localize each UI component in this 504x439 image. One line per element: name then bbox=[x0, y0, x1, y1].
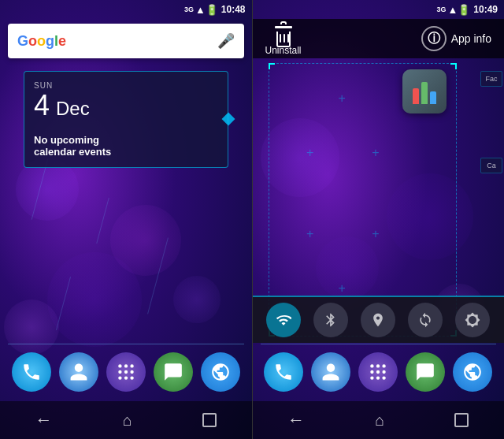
uninstall-button[interactable]: Uninstall bbox=[265, 21, 302, 56]
chart-bars bbox=[413, 79, 436, 104]
bluetooth-toggle[interactable] bbox=[313, 303, 348, 337]
trash-icon bbox=[272, 21, 295, 43]
app-info-button[interactable]: ⓘ App info bbox=[421, 26, 491, 51]
battery-icon: 🔋 bbox=[206, 4, 218, 16]
info-icon: ⓘ bbox=[421, 26, 447, 51]
resize-handle-tr[interactable] bbox=[450, 63, 457, 69]
dock-browser-icon-right[interactable] bbox=[453, 352, 492, 392]
chart-bar-blue bbox=[430, 91, 436, 104]
grid-plus-icon: + bbox=[306, 146, 313, 160]
side-widget-right-bottom: Ca bbox=[480, 158, 502, 173]
app-info-label: App info bbox=[451, 32, 491, 45]
chart-bar-red bbox=[413, 88, 419, 104]
action-bar: Uninstall ⓘ App info bbox=[253, 19, 505, 58]
chart-bar-green bbox=[421, 82, 428, 104]
navigation-bar: ← ⌂ bbox=[0, 401, 252, 439]
trash-lines bbox=[280, 34, 289, 43]
recents-button[interactable] bbox=[202, 413, 217, 427]
svg-point-2 bbox=[130, 364, 133, 367]
bokeh-decoration bbox=[47, 252, 142, 347]
google-logo: Google bbox=[17, 33, 66, 50]
dock-phone-icon-right[interactable] bbox=[264, 352, 303, 392]
google-search-bar[interactable]: Google 🎤 bbox=[8, 24, 244, 58]
trash-lid bbox=[275, 26, 292, 28]
left-screen: 3G ▲ 🔋 10:48 Google 🎤 SUN 4 Dec No upcom… bbox=[0, 0, 252, 439]
status-bar-right: 3G ▲ 🔋 10:49 bbox=[253, 0, 505, 19]
dock bbox=[0, 344, 252, 400]
side-widget-right-top: Fac bbox=[480, 71, 502, 87]
resize-handle-tl[interactable] bbox=[269, 63, 275, 69]
network-indicator-right: 3G bbox=[436, 6, 446, 13]
bokeh-decoration bbox=[173, 276, 220, 323]
calendar-widget[interactable]: SUN 4 Dec No upcoming calendar events bbox=[24, 71, 228, 168]
home-button-right[interactable]: ⌂ bbox=[375, 411, 384, 430]
calendar-date: 4 bbox=[34, 90, 50, 121]
navigation-bar-right: ← ⌂ bbox=[253, 401, 505, 439]
dock-apps-icon-right[interactable] bbox=[358, 352, 398, 392]
dock-browser-icon[interactable] bbox=[201, 352, 240, 392]
wifi-icon-right: ▲ bbox=[447, 4, 458, 16]
svg-point-15 bbox=[370, 376, 373, 379]
svg-point-1 bbox=[124, 364, 128, 367]
svg-point-17 bbox=[383, 376, 386, 379]
recents-button-right[interactable] bbox=[454, 413, 469, 427]
trash-body bbox=[276, 32, 291, 47]
clock: 10:48 bbox=[221, 4, 246, 15]
dock-right bbox=[253, 344, 505, 400]
battery-icon-right: 🔋 bbox=[458, 4, 470, 16]
dock-phone-icon[interactable] bbox=[12, 352, 51, 392]
svg-point-6 bbox=[118, 376, 121, 379]
svg-point-16 bbox=[376, 376, 380, 379]
grid-plus-icon: + bbox=[338, 281, 345, 296]
clock-right: 10:49 bbox=[473, 4, 498, 15]
status-bar: 3G ▲ 🔋 10:48 bbox=[0, 0, 252, 19]
grid-plus-icon: + bbox=[372, 146, 379, 160]
calendar-month: Dec bbox=[56, 98, 90, 120]
wifi-toggle[interactable] bbox=[266, 303, 301, 337]
back-button[interactable]: ← bbox=[35, 410, 53, 430]
location-toggle[interactable] bbox=[361, 303, 395, 337]
svg-point-14 bbox=[383, 370, 386, 374]
svg-point-9 bbox=[370, 364, 373, 367]
calendar-handle bbox=[221, 113, 235, 126]
back-button-right[interactable]: ← bbox=[287, 410, 305, 430]
svg-point-3 bbox=[118, 370, 121, 374]
svg-point-12 bbox=[370, 370, 373, 374]
svg-point-13 bbox=[376, 370, 380, 374]
quick-settings-bar bbox=[253, 296, 505, 343]
dock-messaging-icon-right[interactable] bbox=[406, 352, 445, 392]
home-button[interactable]: ⌂ bbox=[123, 411, 132, 430]
microphone-icon[interactable]: 🎤 bbox=[217, 32, 235, 50]
calendar-no-events: No upcoming calendar events bbox=[34, 134, 218, 158]
right-screen: 3G ▲ 🔋 10:49 Uninstall bbox=[253, 0, 505, 439]
svg-point-10 bbox=[376, 364, 380, 367]
svg-point-5 bbox=[130, 370, 133, 374]
svg-point-8 bbox=[130, 376, 133, 379]
wifi-icon: ▲ bbox=[195, 4, 206, 16]
chart-app-icon[interactable] bbox=[402, 69, 447, 113]
svg-point-4 bbox=[124, 370, 128, 374]
svg-point-7 bbox=[124, 376, 128, 379]
trash-handle bbox=[280, 21, 287, 24]
bokeh-decoration bbox=[110, 205, 181, 276]
dock-messaging-icon[interactable] bbox=[154, 352, 193, 392]
svg-point-11 bbox=[383, 364, 386, 367]
brightness-toggle[interactable] bbox=[455, 303, 490, 337]
dock-contacts-icon-right[interactable] bbox=[311, 352, 350, 392]
grid-plus-icon: + bbox=[306, 227, 313, 241]
sync-toggle[interactable] bbox=[408, 303, 443, 337]
calendar-day: SUN bbox=[34, 81, 218, 90]
dock-apps-icon[interactable] bbox=[106, 352, 146, 392]
network-indicator: 3G bbox=[184, 6, 194, 13]
svg-point-0 bbox=[118, 364, 121, 367]
dock-contacts-icon[interactable] bbox=[59, 352, 98, 392]
grid-plus-icon: + bbox=[372, 227, 379, 241]
grid-plus-icon: + bbox=[338, 91, 345, 106]
